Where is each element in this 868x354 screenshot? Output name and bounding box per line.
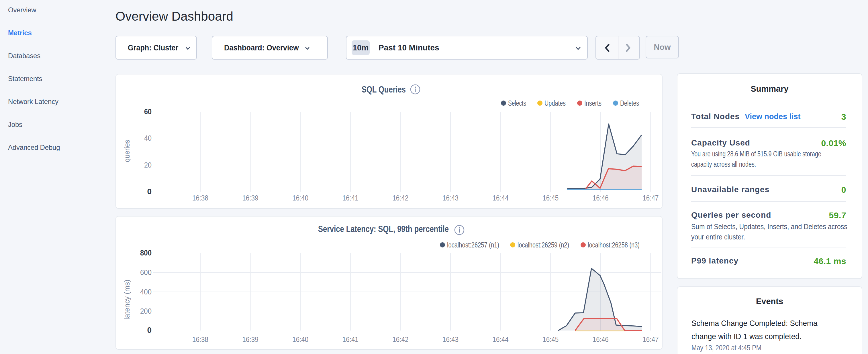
svg-text:16:38: 16:38	[192, 335, 208, 344]
svg-text:16:46: 16:46	[593, 335, 609, 344]
svg-text:16:46: 16:46	[593, 194, 609, 202]
svg-text:Inserts: Inserts	[584, 99, 601, 107]
svg-text:16:40: 16:40	[292, 335, 308, 344]
svg-text:16:47: 16:47	[643, 335, 658, 344]
svg-text:16:40: 16:40	[292, 194, 308, 202]
svg-text:Selects: Selects	[508, 99, 526, 107]
svg-text:0: 0	[147, 187, 152, 196]
svg-text:Deletes: Deletes	[620, 99, 639, 107]
svg-text:800: 800	[140, 248, 152, 257]
svg-text:16:43: 16:43	[442, 194, 459, 202]
svg-text:16:43: 16:43	[442, 335, 459, 344]
svg-text:200: 200	[140, 307, 152, 315]
svg-text:16:39: 16:39	[242, 194, 258, 202]
svg-text:queries: queries	[123, 140, 131, 162]
svg-text:16:41: 16:41	[342, 194, 359, 202]
svg-text:localhost:26258 (n3): localhost:26258 (n3)	[588, 241, 640, 249]
svg-text:20: 20	[144, 161, 152, 169]
svg-text:16:47: 16:47	[643, 194, 658, 202]
svg-text:Updates: Updates	[545, 99, 566, 107]
svg-text:16:44: 16:44	[493, 335, 509, 344]
svg-text:16:41: 16:41	[342, 335, 359, 344]
svg-text:16:45: 16:45	[542, 335, 559, 344]
svg-text:16:45: 16:45	[542, 194, 559, 202]
svg-text:localhost:26257 (n1): localhost:26257 (n1)	[447, 241, 499, 249]
svg-text:localhost:26259 (n2): localhost:26259 (n2)	[518, 241, 569, 249]
svg-text:16:39: 16:39	[242, 335, 258, 344]
svg-text:Service Latency: SQL, 99th per: Service Latency: SQL, 99th percentile	[318, 224, 449, 234]
svg-text:16:44: 16:44	[493, 194, 509, 202]
svg-text:16:38: 16:38	[192, 194, 208, 202]
svg-text:16:42: 16:42	[392, 335, 408, 344]
svg-text:600: 600	[140, 268, 152, 277]
svg-text:0: 0	[147, 326, 152, 334]
svg-text:60: 60	[144, 107, 152, 116]
svg-text:SQL Queries: SQL Queries	[362, 84, 406, 95]
svg-text:40: 40	[144, 134, 152, 142]
svg-text:16:42: 16:42	[392, 194, 408, 202]
svg-text:400: 400	[140, 288, 152, 296]
svg-text:latency (ms): latency (ms)	[123, 280, 131, 320]
